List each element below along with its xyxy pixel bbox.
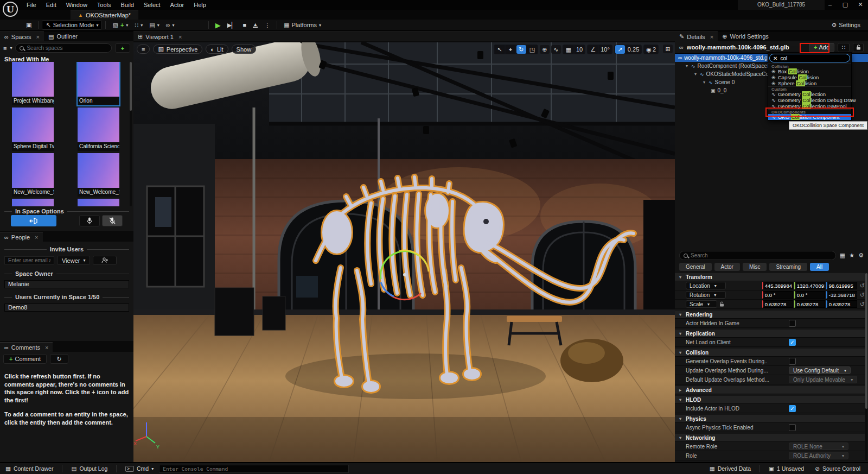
grid-snap-value[interactable]: 10 xyxy=(575,45,584,54)
details-search-input[interactable] xyxy=(691,252,832,258)
space-card[interactable]: Project Whizbang xyxy=(12,62,54,105)
menu-item-sphere-collision[interactable]: ✳Sphere Collision xyxy=(768,80,851,86)
content-drawer-button[interactable]: ▦ Content Drawer xyxy=(0,465,59,472)
space-card[interactable] xyxy=(12,199,54,206)
invite-email-input[interactable] xyxy=(4,256,54,264)
angle-snap-toggle[interactable]: ∠ xyxy=(588,45,598,54)
tab-comments[interactable]: ∞ Comments × xyxy=(0,342,53,352)
tab-world-settings[interactable]: ⊕ World Settings xyxy=(718,31,773,41)
viewport-canvas[interactable]: X Y ≡ ▧Perspective ◐Lit Show ↖ + ↻ ◳ ⊕ ∿… xyxy=(133,42,675,462)
location-dropdown[interactable]: Location▾ xyxy=(686,282,726,289)
scale-x-field[interactable]: 0.639278 xyxy=(762,300,793,308)
mic-on-button[interactable] xyxy=(79,215,100,226)
source-control-button[interactable]: ⊘ Source Control xyxy=(809,465,866,472)
section-networking[interactable]: ▾Networking xyxy=(675,434,865,442)
menu-build[interactable]: Build xyxy=(116,1,139,9)
reset-icon[interactable]: ↺ xyxy=(860,301,865,308)
menu-edit[interactable]: Edit xyxy=(41,1,61,9)
output-log-button[interactable]: ▤ Output Log xyxy=(66,465,113,472)
reset-icon[interactable]: ↺ xyxy=(860,282,865,289)
spaces-search-input[interactable] xyxy=(27,45,107,51)
space-card-selected[interactable]: Orion xyxy=(78,62,119,105)
settings-icon[interactable]: ⚙ xyxy=(858,252,864,259)
details-scrollbar[interactable] xyxy=(865,273,867,461)
scale-tool[interactable]: ◳ xyxy=(527,45,537,54)
expand-icon[interactable]: ▾ xyxy=(693,72,698,77)
component-search-input[interactable] xyxy=(780,55,846,61)
unsaved-button[interactable]: ▣ 1 Unsaved xyxy=(763,465,809,472)
role-dropdown[interactable]: Viewer ▾ xyxy=(57,256,90,265)
menu-window[interactable]: Window xyxy=(61,1,92,9)
camera-speed-button[interactable]: ◉2 xyxy=(644,45,658,54)
invite-user-button[interactable] xyxy=(93,256,117,265)
surface-snap-toggle[interactable]: ∿ xyxy=(551,45,561,54)
rotate-tool[interactable]: ↻ xyxy=(516,45,526,54)
platforms-dropdown[interactable]: ▦ Platforms ▾ xyxy=(280,20,324,30)
location-x-field[interactable]: 445.389984 xyxy=(762,282,793,289)
menu-item-geometry-collection[interactable]: ∿Geometry Collection xyxy=(768,91,851,97)
section-rendering[interactable]: ▾Rendering xyxy=(675,311,865,319)
filter-misc[interactable]: Misc xyxy=(743,263,767,271)
menu-actor[interactable]: Actor xyxy=(165,1,189,9)
location-z-field[interactable]: 98.619995 xyxy=(826,282,857,289)
add-actor-button[interactable]: ▧+▾ xyxy=(109,20,131,30)
update-overlaps-select[interactable]: Use Config Default▾ xyxy=(789,366,851,374)
section-advanced[interactable]: ▸Advanced xyxy=(675,386,865,394)
expand-icon[interactable]: ▾ xyxy=(685,64,689,68)
close-button[interactable]: ✕ xyxy=(853,0,868,10)
generate-overlap-checkbox[interactable] xyxy=(789,358,796,365)
close-icon[interactable]: × xyxy=(178,34,182,40)
eject-button[interactable]: ▲ xyxy=(250,20,261,30)
filter-all[interactable]: All xyxy=(810,263,829,271)
minimize-button[interactable]: – xyxy=(822,0,838,10)
add-component-button[interactable]: + Add xyxy=(809,43,834,52)
net-load-checkbox[interactable]: ✓ xyxy=(789,339,796,346)
rotation-x-field[interactable]: 0.0 ° xyxy=(762,291,793,299)
tab-viewport[interactable]: ⊞ Viewport 1 × xyxy=(133,31,675,41)
cmd-dropdown[interactable]: >_ Cmd ▾ xyxy=(120,465,159,472)
close-icon[interactable]: × xyxy=(710,34,713,40)
spaces-search[interactable] xyxy=(15,43,112,53)
stop-button[interactable]: ■ xyxy=(240,20,250,30)
tab-spaces[interactable]: ∞ Spaces × xyxy=(0,31,44,41)
space-card[interactable]: New_Welcome_Sp... xyxy=(12,153,54,197)
unreal-logo-icon[interactable]: U xyxy=(3,2,18,17)
save-button[interactable]: ▣ xyxy=(23,20,35,30)
menu-file[interactable]: File xyxy=(22,1,41,9)
rotation-y-field[interactable]: 0.0 ° xyxy=(794,291,825,299)
clear-search-icon[interactable]: ✕ xyxy=(773,55,777,61)
user-row[interactable]: Demo8 xyxy=(4,304,129,312)
settings-button[interactable]: ⚙ Settings xyxy=(828,20,864,30)
cinematics-button[interactable]: ▤▾ xyxy=(146,20,162,30)
section-collision[interactable]: ▾Collision xyxy=(675,349,865,357)
play-button[interactable]: ▶ xyxy=(212,20,224,30)
rotation-dropdown[interactable]: Rotation▾ xyxy=(686,291,726,299)
console-input[interactable] xyxy=(159,465,349,473)
rotation-z-field[interactable]: -32.368718 ° xyxy=(826,291,857,299)
angle-snap-value[interactable]: 10° xyxy=(599,45,611,54)
space-card[interactable]: California Science... xyxy=(78,108,119,151)
world-local-toggle[interactable]: ⊕ xyxy=(540,45,550,54)
tab-outliner[interactable]: ▤ Outliner xyxy=(44,31,82,41)
move-tool[interactable]: + xyxy=(506,45,515,54)
edit-blueprint-button[interactable]: ∷ xyxy=(838,43,850,52)
menu-item-capsule-collision[interactable]: ✳Capsule Collision xyxy=(768,74,851,80)
refresh-comments-button[interactable]: ↻ xyxy=(50,354,68,364)
menu-select[interactable]: Select xyxy=(139,1,165,9)
menu-item-box-collision[interactable]: ✳Box Collision xyxy=(768,68,851,74)
maximize-viewport-button[interactable]: ⊞ xyxy=(663,45,673,53)
filter-streaming[interactable]: Streaming xyxy=(769,263,807,271)
section-hlod[interactable]: ▾HLOD xyxy=(675,396,865,404)
selection-mode-dropdown[interactable]: ↖ Selection Mode ▾ xyxy=(42,20,102,30)
close-icon[interactable]: × xyxy=(45,344,48,351)
tab-people[interactable]: ∞ People × xyxy=(0,232,43,242)
owner-row[interactable]: Melanie xyxy=(4,280,129,288)
chevron-down-icon[interactable]: ▾ xyxy=(10,46,12,50)
location-y-field[interactable]: 1320.470093 xyxy=(794,282,825,289)
close-icon[interactable]: × xyxy=(36,34,40,40)
space-card[interactable]: New_Welcome_Sp... xyxy=(78,153,119,197)
component-search[interactable]: ✕ xyxy=(769,54,850,62)
oko-link-button[interactable]: ∞▾ xyxy=(163,20,178,30)
mic-muted-button[interactable] xyxy=(102,215,123,226)
level-tab[interactable]: ▲ OKOStarterMap* xyxy=(71,10,138,20)
